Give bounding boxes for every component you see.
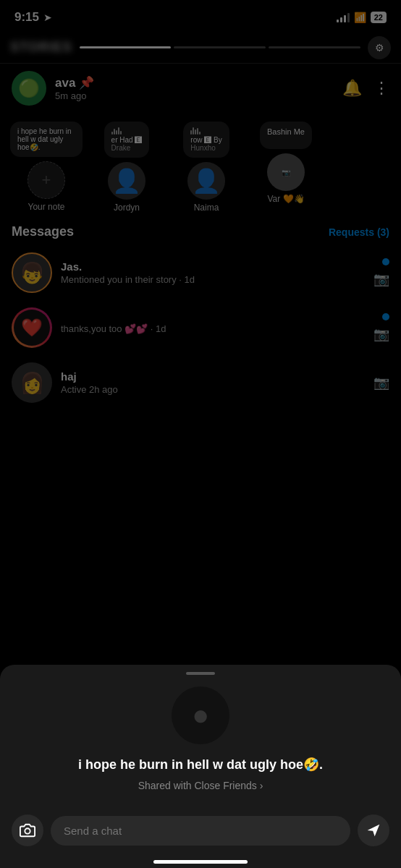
nav-right-icons: ⚙ xyxy=(368,36,391,59)
camera-button[interactable] xyxy=(12,814,43,846)
your-note-label: Your note xyxy=(28,202,65,212)
sheet-note-text: i hope he burn in hell w dat ugly hoe🤣. xyxy=(0,756,401,774)
haj-name: haj xyxy=(61,370,365,383)
haj-info: haj Active 2h ago xyxy=(61,370,365,395)
jas-avatar-emoji: 👦 xyxy=(20,261,45,285)
jas-unread-dot xyxy=(382,258,389,265)
top-nav: STORIES ⚙ xyxy=(0,32,401,64)
jas-preview: Mentioned you in their story · 1d xyxy=(61,274,365,285)
bottom-sheet: ● i hope he burn in hell w dat ugly hoe🤣… xyxy=(0,665,401,868)
send-arrow-button[interactable] xyxy=(358,814,389,846)
camera-icon-svg xyxy=(20,822,35,838)
haj-preview: Active 2h ago xyxy=(61,384,365,395)
jordyn-avatar: 👤 xyxy=(108,162,145,200)
wifi-icon: 📶 xyxy=(354,12,366,23)
nav-username-blurred: STORIES xyxy=(10,40,72,55)
messages-header: Messages Requests (3) xyxy=(0,216,401,245)
naima-avatar: 👤 xyxy=(187,162,225,200)
send-chat-input[interactable] xyxy=(51,816,350,846)
location-icon: ➤ xyxy=(43,12,52,23)
note-item-var[interactable]: Bashin Me 📷 Var 🧡👋 xyxy=(246,119,326,216)
conversation-hearts[interactable]: ❤️ thanks,you too 💕💕 · 1d 📷 xyxy=(0,300,401,355)
svg-point-0 xyxy=(25,828,30,833)
jordyn-song-bars xyxy=(111,127,143,135)
note-item-naima[interactable]: row 🅴 ByHunxho 👤 Naima xyxy=(166,119,246,216)
jordyn-silhouette: 👤 xyxy=(112,167,141,195)
hearts-preview: thanks,you too 💕💕 · 1d xyxy=(61,323,365,334)
var-avatar: 📷 xyxy=(267,153,305,191)
your-note-avatar: + xyxy=(28,161,65,199)
hearts-avatar-content: ❤️ xyxy=(14,310,50,346)
hearts-info: thanks,you too 💕💕 · 1d xyxy=(61,322,365,334)
profile-time: 5m ago xyxy=(55,90,94,101)
jas-info: Jas. Mentioned you in their story · 1d xyxy=(61,260,365,285)
jordyn-note-bubble: er Had 🅴Drake xyxy=(104,122,150,158)
messages-title: Messages xyxy=(12,224,74,239)
hearts-avatar-wrapper: ❤️ xyxy=(12,307,52,348)
jordyn-label: Jordyn xyxy=(114,203,140,213)
conversation-jas[interactable]: 👦 Jas. Mentioned you in their story · 1d… xyxy=(0,245,401,300)
sheet-shared-text[interactable]: Shared with Close Friends › xyxy=(0,780,401,791)
haj-camera-icon: 📷 xyxy=(373,375,389,391)
naima-song-text: row 🅴 ByHunxho xyxy=(190,136,221,152)
sheet-avatar-placeholder: ● xyxy=(192,699,209,731)
hearts-right: 📷 xyxy=(373,313,389,342)
notes-section: i hope he burn in hell w dat ugly hoe🤣. … xyxy=(0,113,401,216)
var-label: Var 🧡👋 xyxy=(267,194,304,204)
avatar-emoji: 🟢 xyxy=(18,78,40,98)
profile-left: 🟢 ava 📌 5m ago xyxy=(12,71,94,106)
note-item-your-note[interactable]: i hope he burn in hell w dat ugly hoe🤣. … xyxy=(6,119,87,216)
nav-settings-button[interactable]: ⚙ xyxy=(368,36,391,59)
haj-avatar: 👩 xyxy=(12,362,52,403)
hearts-avatar-inner: ❤️ xyxy=(14,310,50,346)
more-options-icon[interactable]: ⋮ xyxy=(373,79,389,98)
sheet-handle xyxy=(186,672,215,675)
profile-avatar[interactable]: 🟢 xyxy=(12,71,46,106)
jas-avatar: 👦 xyxy=(12,252,52,293)
var-avatar-photo: 📷 xyxy=(282,169,290,176)
jas-name: Jas. xyxy=(61,260,365,273)
naima-silhouette: 👤 xyxy=(192,167,221,195)
header-actions: 🔔 ⋮ xyxy=(342,79,389,98)
jas-camera-icon: 📷 xyxy=(373,271,389,287)
your-note-placeholder: + xyxy=(42,171,51,190)
home-indicator xyxy=(153,860,248,864)
notes-scroll: i hope he burn in hell w dat ugly hoe🤣. … xyxy=(0,119,401,216)
requests-link[interactable]: Requests (3) xyxy=(329,226,389,238)
conversation-haj[interactable]: 👩 haj Active 2h ago 📷 xyxy=(0,355,401,410)
profile-info: ava 📌 5m ago xyxy=(55,75,94,101)
jordyn-song-text: er Had 🅴Drake xyxy=(111,136,143,152)
note-item-jordyn[interactable]: er Had 🅴Drake 👤 Jordyn xyxy=(87,119,166,216)
battery-indicator: 22 xyxy=(371,12,387,23)
bottom-bar xyxy=(0,806,401,868)
profile-header: 🟢 ava 📌 5m ago 🔔 ⋮ xyxy=(0,64,401,113)
haj-right: 📷 xyxy=(373,375,389,391)
sheet-avatar: ● xyxy=(172,686,229,744)
naima-note-bubble: row 🅴 ByHunxho xyxy=(183,122,229,158)
send-arrow-icon xyxy=(366,823,381,838)
hearts-camera-icon: 📷 xyxy=(373,326,389,342)
status-time: 9:15 xyxy=(14,10,39,25)
status-bar: 9:15 ➤ 📶 22 xyxy=(0,0,401,32)
your-note-bubble: i hope he burn in hell w dat ugly hoe🤣. xyxy=(10,122,83,157)
haj-avatar-emoji: 👩 xyxy=(20,371,45,395)
naima-label: Naima xyxy=(194,203,219,213)
profile-username: ava 📌 xyxy=(55,75,94,90)
signal-icon xyxy=(337,12,350,22)
var-note-bubble: Bashin Me xyxy=(260,122,312,149)
naima-song-bars xyxy=(190,127,221,135)
jas-right: 📷 xyxy=(373,258,389,287)
hearts-unread-dot xyxy=(382,313,389,320)
status-icons: 📶 22 xyxy=(337,12,387,23)
notification-icon[interactable]: 🔔 xyxy=(342,79,362,98)
